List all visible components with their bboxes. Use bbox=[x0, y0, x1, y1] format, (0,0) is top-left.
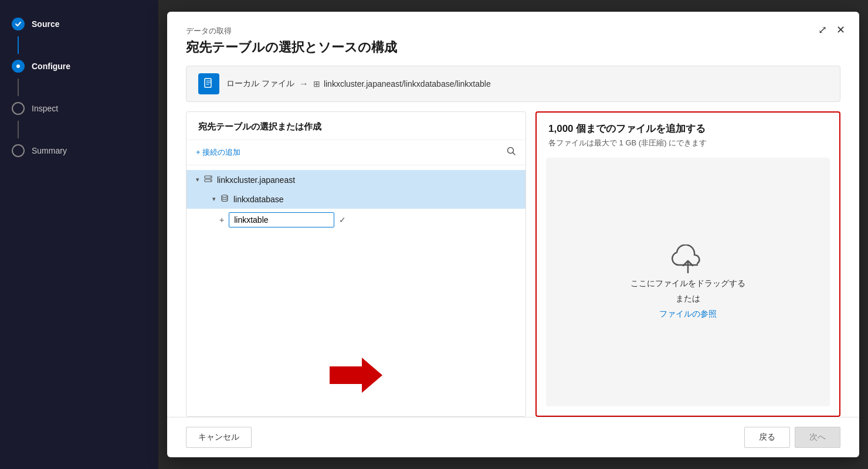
upload-panel: 1,000 個までのファイルを追加する 各ファイルは最大で 1 GB (非圧縮)… bbox=[535, 111, 840, 417]
new-table-input[interactable] bbox=[229, 212, 334, 227]
svg-line-3 bbox=[513, 153, 516, 155]
server-icon bbox=[204, 175, 212, 185]
step-label-summary: Summary bbox=[32, 146, 67, 155]
search-button[interactable] bbox=[507, 147, 516, 158]
dialog-header: データの取得 宛先テーブルの選択とソースの構成 ⤢ ✕ bbox=[167, 12, 859, 66]
sidebar-item-configure[interactable]: Configure bbox=[0, 54, 158, 79]
chevron-cluster: ▾ bbox=[196, 176, 199, 183]
svg-point-6 bbox=[210, 176, 211, 178]
drag-text: ここにファイルをドラッグする bbox=[630, 278, 745, 289]
panel-arrow-area bbox=[187, 334, 525, 416]
step-circle-configure bbox=[12, 60, 25, 73]
dest-grid-icon: ⊞ bbox=[313, 79, 320, 89]
cancel-button[interactable]: キャンセル bbox=[186, 427, 252, 448]
table-panel-content: ▾ linkxcluster.japaneast bbox=[187, 165, 525, 334]
sidebar-item-inspect[interactable]: Inspect bbox=[0, 96, 158, 121]
cluster-label: linkxcluster.japaneast bbox=[217, 175, 295, 185]
path-arrow: → bbox=[299, 79, 308, 89]
dialog-title: 宛先テーブルの選択とソースの構成 bbox=[186, 39, 840, 56]
next-button[interactable]: 次へ bbox=[795, 427, 840, 448]
dialog-controls: ⤢ ✕ bbox=[818, 23, 845, 36]
upload-cloud-icon bbox=[670, 244, 706, 274]
source-label: ローカル ファイル bbox=[226, 79, 294, 89]
upload-title: 1,000 個までのファイルを追加する bbox=[548, 122, 828, 135]
app-container: Source Configure Inspect Summary データの取得 bbox=[0, 0, 868, 469]
dialog-subtitle: データの取得 bbox=[186, 26, 840, 36]
tree-item-cluster[interactable]: ▾ linkxcluster.japaneast bbox=[187, 170, 525, 189]
path-dest: ⊞ linkxcluster.japaneast/linkxdatabase/l… bbox=[313, 79, 491, 89]
step-connector-2 bbox=[18, 79, 19, 96]
upload-panel-header: 1,000 個までのファイルを追加する 各ファイルは最大で 1 GB (非圧縮)… bbox=[537, 113, 839, 151]
plus-icon: + bbox=[219, 215, 224, 225]
sidebar-item-source[interactable]: Source bbox=[0, 12, 158, 36]
sidebar: Source Configure Inspect Summary bbox=[0, 0, 158, 469]
expand-icon[interactable]: ⤢ bbox=[818, 23, 827, 36]
chevron-database: ▾ bbox=[212, 195, 216, 203]
table-panel-header: 宛先テーブルの選択または作成 bbox=[187, 112, 525, 140]
upload-subtitle: 各ファイルは最大で 1 GB (非圧縮) にできます bbox=[548, 138, 828, 148]
database-label: linkxdatabase bbox=[233, 195, 284, 204]
dest-path: linkxcluster.japaneast/linkxdatabase/lin… bbox=[324, 79, 491, 89]
svg-point-8 bbox=[222, 195, 228, 198]
path-bar: ローカル ファイル → ⊞ linkxcluster.japaneast/lin… bbox=[186, 66, 840, 102]
step-label-configure: Configure bbox=[32, 62, 70, 71]
content-area: 宛先テーブルの選択または作成 + 接続の追加 bbox=[167, 111, 859, 417]
step-circle-summary bbox=[12, 144, 25, 157]
or-text: または bbox=[676, 294, 700, 304]
table-panel: 宛先テーブルの選択または作成 + 接続の追加 bbox=[186, 111, 526, 417]
upload-drop-area[interactable]: ここにファイルをドラッグする または ファイルの参照 bbox=[546, 158, 830, 406]
check-icon[interactable]: ✓ bbox=[339, 215, 346, 225]
svg-marker-9 bbox=[330, 358, 382, 393]
source-file-icon bbox=[198, 73, 219, 94]
new-table-row: + ✓ bbox=[187, 209, 525, 231]
tree-item-database[interactable]: ▾ linkxdatabase bbox=[187, 189, 525, 209]
dialog-footer: キャンセル 戻る 次へ bbox=[167, 417, 859, 457]
database-icon bbox=[221, 194, 229, 204]
table-panel-toolbar: + 接続の追加 bbox=[187, 140, 525, 165]
table-panel-title: 宛先テーブルの選択または作成 bbox=[198, 121, 321, 131]
dialog: データの取得 宛先テーブルの選択とソースの構成 ⤢ ✕ ローカル ファイル bbox=[167, 12, 859, 457]
close-icon[interactable]: ✕ bbox=[836, 23, 845, 36]
add-connection-button[interactable]: + 接続の追加 bbox=[196, 145, 240, 160]
path-text: ローカル ファイル → ⊞ linkxcluster.japaneast/lin… bbox=[226, 79, 491, 89]
sidebar-item-summary[interactable]: Summary bbox=[0, 138, 158, 163]
step-label-inspect: Inspect bbox=[32, 104, 58, 113]
red-right-arrow bbox=[330, 358, 382, 393]
svg-point-0 bbox=[16, 64, 20, 68]
step-label-source: Source bbox=[32, 19, 59, 29]
footer-right: 戻る 次へ bbox=[744, 427, 840, 448]
step-circle-inspect bbox=[12, 102, 25, 115]
back-button[interactable]: 戻る bbox=[744, 427, 790, 448]
add-connection-label: + 接続の追加 bbox=[196, 147, 240, 158]
step-circle-source bbox=[12, 18, 25, 30]
main-area: データの取得 宛先テーブルの選択とソースの構成 ⤢ ✕ ローカル ファイル bbox=[158, 0, 868, 469]
step-connector-3 bbox=[18, 121, 19, 138]
svg-point-7 bbox=[210, 180, 211, 181]
browse-link[interactable]: ファイルの参照 bbox=[659, 309, 717, 320]
step-connector-1 bbox=[18, 36, 19, 54]
